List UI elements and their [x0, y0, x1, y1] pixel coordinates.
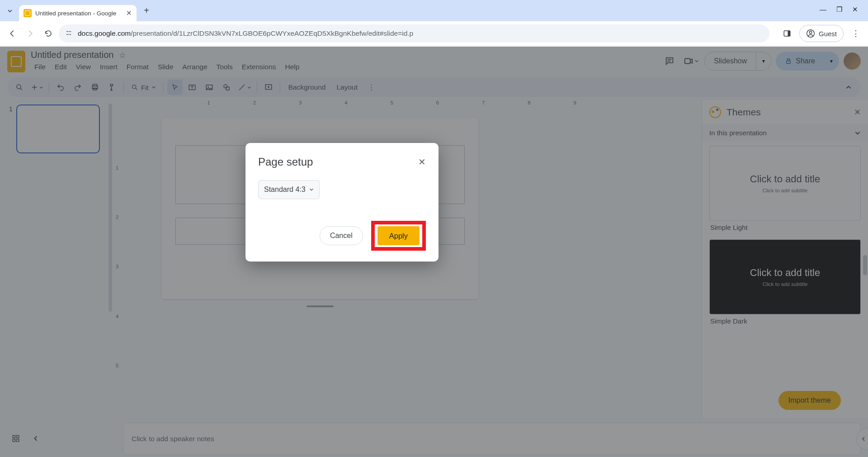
aspect-ratio-label: Standard 4:3: [264, 186, 306, 194]
tab-title: Untitled presentation - Google: [35, 10, 123, 17]
dialog-title: Page setup: [258, 156, 313, 168]
browser-menu-icon[interactable]: ⋮: [848, 26, 863, 41]
cancel-button[interactable]: Cancel: [320, 226, 363, 245]
svg-point-0: [66, 31, 68, 32]
page-setup-dialog: Page setup ✕ Standard 4:3 Cancel Apply: [245, 143, 439, 262]
guest-label: Guest: [819, 30, 837, 38]
svg-point-7: [809, 31, 811, 33]
svg-rect-3: [66, 34, 69, 34]
apply-highlight-annotation: Apply: [371, 221, 426, 251]
maximize-icon[interactable]: ❐: [836, 5, 842, 14]
browser-tab[interactable]: Untitled presentation - Google ✕: [19, 5, 137, 21]
slides-favicon-icon: [24, 9, 32, 17]
aspect-ratio-select[interactable]: Standard 4:3: [258, 180, 320, 199]
url-text: docs.google.com/presentation/d/1LzrClDSN…: [78, 29, 413, 38]
profile-chip[interactable]: Guest: [799, 25, 844, 42]
forward-button[interactable]: [23, 26, 38, 41]
new-tab-button[interactable]: +: [139, 4, 154, 18]
window-controls: — ❐ ✕: [820, 5, 864, 16]
dialog-close-icon[interactable]: ✕: [418, 157, 426, 167]
reload-button[interactable]: [41, 26, 56, 41]
svg-point-2: [70, 34, 71, 35]
address-bar[interactable]: docs.google.com/presentation/d/1LzrClDSN…: [59, 24, 769, 43]
site-settings-icon[interactable]: [65, 29, 72, 38]
chevron-down-icon: [309, 187, 314, 192]
svg-rect-4: [784, 31, 790, 36]
browser-toolbar: docs.google.com/presentation/d/1LzrClDSN…: [0, 21, 868, 46]
svg-rect-5: [788, 31, 790, 36]
guest-avatar-icon: [806, 29, 815, 38]
svg-rect-1: [68, 31, 71, 32]
svg-point-6: [807, 30, 815, 38]
back-button[interactable]: [5, 26, 20, 41]
side-panel-icon[interactable]: [779, 26, 795, 41]
tab-search-dropdown[interactable]: [4, 5, 16, 17]
apply-button[interactable]: Apply: [377, 226, 420, 245]
close-tab-icon[interactable]: ✕: [126, 9, 132, 17]
minimize-icon[interactable]: —: [820, 5, 826, 14]
close-window-icon[interactable]: ✕: [852, 5, 858, 14]
browser-titlebar: Untitled presentation - Google ✕ + — ❐ ✕: [0, 0, 868, 21]
